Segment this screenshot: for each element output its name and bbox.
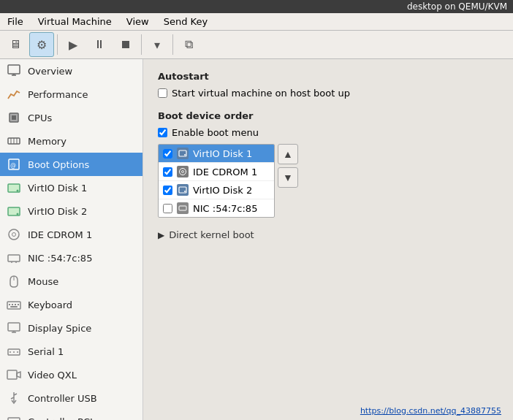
sidebar-label-video-qxl: Video QXL	[28, 370, 77, 381]
sidebar-item-cpus[interactable]: CPUs	[0, 106, 142, 129]
menu-virtual-machine[interactable]: Virtual Machine	[34, 15, 116, 28]
sidebar-item-keyboard[interactable]: Keyboard	[0, 293, 142, 316]
svg-marker-35	[17, 372, 20, 378]
sidebar-label-display-spice: Display Spice	[28, 323, 91, 334]
autostart-checkbox-row: Start virtual machine on host boot up	[158, 88, 498, 99]
sidebar-label-ide-cdrom1: IDE CDROM 1	[28, 229, 92, 240]
cdrom-icon	[6, 226, 22, 243]
cpu-icon	[6, 110, 22, 126]
enable-boot-menu-row: Enable boot menu	[158, 127, 498, 138]
menu-file[interactable]: File	[3, 15, 28, 28]
boot-list-item-3[interactable]: NIC :54:7c:85	[159, 199, 274, 217]
svg-rect-0	[8, 65, 20, 74]
boot-item-2-label: VirtIO Disk 2	[193, 185, 252, 196]
performance-icon	[6, 86, 22, 102]
main-layout: Overview Performance CPUs Memory @ Boot …	[0, 59, 513, 420]
boot-item-1-checkbox[interactable]	[163, 167, 172, 177]
sidebar-item-ide-cdrom1[interactable]: IDE CDROM 1	[0, 223, 142, 246]
boot-item-0-label: VirtIO Disk 1	[193, 148, 252, 159]
boot-list-item-2[interactable]: VirtIO Disk 2	[159, 181, 274, 199]
dropdown-button[interactable]: ▾	[145, 32, 170, 57]
svg-point-33	[17, 351, 18, 353]
sidebar-item-serial1[interactable]: Serial 1	[0, 340, 142, 363]
boot-list: VirtIO Disk 1 IDE CDROM 1	[158, 144, 275, 218]
svg-point-47	[180, 169, 186, 175]
arrow-up-button[interactable]: ▲	[278, 144, 298, 164]
overview-icon	[6, 63, 22, 79]
memory-icon	[6, 133, 22, 149]
direct-kernel-label: Direct kernel boot	[169, 229, 254, 240]
sidebar-label-keyboard: Keyboard	[28, 299, 72, 310]
video-icon	[6, 367, 22, 383]
sidebar-label-mouse: Mouse	[28, 276, 58, 287]
sidebar-label-memory: Memory	[28, 136, 66, 147]
boot-arrows: ▲ ▼	[278, 144, 298, 218]
sidebar: Overview Performance CPUs Memory @ Boot …	[0, 59, 143, 420]
autostart-label[interactable]: Start virtual machine on host boot up	[172, 88, 350, 99]
boot-item-2-checkbox[interactable]	[163, 186, 172, 195]
direct-kernel-row[interactable]: ▶ Direct kernel boot	[158, 229, 498, 240]
boot-item-3-checkbox[interactable]	[163, 204, 172, 213]
boot-list-container: VirtIO Disk 1 IDE CDROM 1	[158, 144, 498, 218]
svg-rect-51	[179, 206, 186, 210]
boot-item-1-label: IDE CDROM 1	[193, 167, 257, 177]
sidebar-item-performance[interactable]: Performance	[0, 83, 142, 106]
title-text: desktop on QEMU/KVM	[407, 1, 507, 12]
sidebar-item-controller-pci[interactable]: Controller PCI	[0, 410, 142, 420]
sidebar-item-controller-usb[interactable]: Controller USB	[0, 386, 142, 410]
sidebar-item-virtio-disk1[interactable]: VirtIO Disk 1	[0, 176, 142, 199]
boot-list-item-0[interactable]: VirtIO Disk 1	[159, 145, 274, 163]
svg-rect-34	[7, 370, 17, 379]
mouse-icon	[6, 273, 22, 289]
menu-send-key[interactable]: Send Key	[159, 15, 212, 28]
sidebar-label-serial1: Serial 1	[28, 346, 64, 357]
boot-item-3-label: NIC :54:7c:85	[193, 203, 257, 214]
boot-order-title: Boot device order	[158, 110, 498, 121]
sidebar-label-virtio-disk1: VirtIO Disk 1	[28, 183, 87, 194]
sidebar-label-performance: Performance	[28, 89, 88, 100]
autostart-checkbox[interactable]	[158, 88, 167, 98]
arrow-down-button[interactable]: ▼	[278, 167, 298, 188]
menu-view[interactable]: View	[122, 15, 153, 28]
monitor-button[interactable]: 🖥	[3, 32, 28, 57]
sidebar-label-overview: Overview	[28, 66, 72, 77]
svg-point-32	[13, 351, 15, 353]
sidebar-item-video-qxl[interactable]: Video QXL	[0, 363, 142, 386]
pause-button[interactable]: ⏸	[87, 32, 112, 57]
boot-item-0-icon	[177, 148, 189, 159]
boot-icon: @	[6, 156, 22, 172]
boot-list-item-1[interactable]: IDE CDROM 1	[159, 163, 274, 181]
enable-boot-menu-checkbox[interactable]	[158, 128, 167, 137]
enable-boot-menu-label[interactable]: Enable boot menu	[172, 127, 259, 138]
sidebar-item-display-spice[interactable]: Display Spice	[0, 316, 142, 340]
boot-device-order-section: Boot device order Enable boot menu VirtI…	[158, 110, 498, 218]
content-area: Autostart Start virtual machine on host …	[143, 59, 513, 420]
stop-button[interactable]: ⏹	[113, 32, 138, 57]
svg-rect-17	[8, 255, 20, 261]
sidebar-item-boot-options[interactable]: @ Boot Options	[0, 153, 142, 176]
svg-rect-25	[18, 304, 19, 305]
svg-rect-23	[12, 304, 13, 305]
svg-point-15	[9, 229, 19, 240]
sidebar-item-nic[interactable]: NIC :54:7c:85	[0, 246, 142, 270]
disk1-icon	[6, 180, 22, 196]
sidebar-item-memory[interactable]: Memory	[0, 129, 142, 153]
boot-item-2-icon	[177, 184, 189, 196]
sidebar-item-mouse[interactable]: Mouse	[0, 270, 142, 293]
sidebar-item-overview[interactable]: Overview	[0, 59, 142, 83]
sidebar-label-controller-usb: Controller USB	[28, 393, 97, 404]
svg-point-31	[10, 351, 11, 353]
autostart-title: Autostart	[158, 71, 498, 82]
keyboard-icon	[6, 297, 22, 313]
svg-point-50	[184, 191, 186, 192]
title-bar: desktop on QEMU/KVM	[0, 0, 513, 13]
toolbar: 🖥 ⚙ ▶ ⏸ ⏹ ▾ ⧉	[0, 31, 513, 59]
sidebar-label-virtio-disk2: VirtIO Disk 2	[28, 206, 87, 217]
sidebar-item-virtio-disk2[interactable]: VirtIO Disk 2	[0, 199, 142, 223]
settings-button[interactable]: ⚙	[29, 32, 54, 57]
play-button[interactable]: ▶	[61, 32, 86, 57]
status-bar[interactable]: https://blog.csdn.net/qq_43887755	[354, 405, 507, 417]
screenshot-button[interactable]: ⧉	[176, 32, 201, 57]
usb-icon	[6, 390, 22, 406]
boot-item-0-checkbox[interactable]	[163, 149, 172, 159]
